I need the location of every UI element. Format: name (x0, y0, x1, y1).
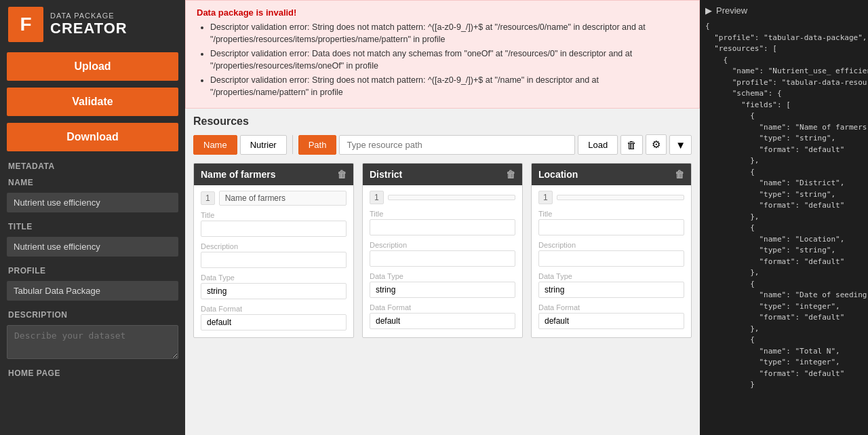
settings-button[interactable]: ⚙ (646, 134, 667, 155)
field-card-body: 1 Title Description Data Type stringinte… (363, 185, 522, 336)
description-label: Description (538, 241, 684, 249)
main-content: Data package is invalid! Descriptor vali… (185, 0, 700, 435)
tab-divider (292, 135, 293, 154)
field-preview-row: 1 (538, 191, 684, 204)
json-line: "type": "integer", (705, 301, 863, 313)
logo-text: DATA PACKAGE CREATOR (50, 12, 127, 37)
logo-bottom: CREATOR (50, 20, 127, 37)
title-label: Title (370, 210, 515, 218)
field-card-body: 1 Name of farmers Title Description Data… (194, 185, 353, 337)
field-preview-num: 1 (201, 191, 215, 205)
tab-path-button[interactable]: Path (298, 135, 337, 155)
title-input[interactable] (538, 219, 684, 235)
field-card-title: Location (538, 169, 578, 180)
data-format-label: Data Format (538, 303, 684, 311)
json-line: }, (705, 212, 863, 223)
json-line: "type": "string", (705, 133, 863, 145)
json-line: "format": "default" (705, 312, 863, 324)
profile-select-wrap: Tabular Data Package Data Package (7, 281, 178, 301)
json-line: { (705, 55, 863, 67)
data-type-label: Data Type (538, 272, 684, 280)
json-line: { (705, 223, 863, 234)
field-preview-num: 1 (538, 191, 553, 204)
json-line: "name": "Date of seeding", (705, 290, 863, 301)
field-preview-val (557, 195, 684, 200)
preview-arrow: ▶ (705, 5, 712, 16)
error-item: Descriptor validation error: String does… (210, 22, 688, 45)
json-line: }, (705, 155, 863, 167)
field-card-header: Location 🗑 (532, 164, 691, 185)
field-card: Name of farmers 🗑 1 Name of farmers Titl… (193, 163, 354, 338)
json-line: "format": "default" (705, 368, 863, 380)
json-line: } (705, 379, 863, 391)
trash-icon: 🗑 (627, 139, 637, 151)
title-input[interactable] (201, 221, 347, 237)
json-line: "schema": { (705, 88, 863, 100)
trash-icon[interactable]: 🗑 (337, 169, 347, 180)
name-value: Nutrient use efficiency (7, 193, 178, 212)
json-line: "profile": "tabular-data-package", (705, 33, 863, 44)
logo-icon: F (8, 7, 43, 42)
path-input[interactable] (339, 135, 575, 155)
preview-title: Preview (716, 5, 747, 16)
json-line: "name": "Name of farmers", (705, 122, 863, 134)
expand-button[interactable]: ▼ (669, 135, 692, 155)
description-label: Description (201, 242, 347, 250)
download-button[interactable]: Download (7, 123, 178, 151)
data-type-select[interactable]: stringintegernumberbooleanobjectarraydat… (370, 282, 515, 298)
resources-title: Resources (193, 115, 692, 128)
upload-button[interactable]: Upload (7, 52, 178, 81)
field-card: District 🗑 1 Title Description Data Type… (362, 163, 523, 338)
error-title: Data package is invalid! (197, 7, 688, 18)
description-section-label: Description (0, 303, 185, 322)
homepage-section-label: Home Page (0, 362, 185, 381)
trash-icon[interactable]: 🗑 (675, 169, 684, 180)
field-preview-val: Name of farmers (219, 191, 347, 206)
field-card-body: 1 Title Description Data Type stringinte… (532, 185, 691, 336)
metadata-section-label: Metadata (0, 155, 185, 174)
error-banner: Data package is invalid! Descriptor vali… (185, 0, 700, 109)
field-preview-row: 1 Name of farmers (201, 191, 347, 206)
json-line: "name": "Total N", (705, 346, 863, 358)
description-input[interactable] (370, 250, 515, 267)
cards-grid: Name of farmers 🗑 1 Name of farmers Titl… (193, 163, 692, 338)
data-format-label: Data Format (201, 305, 347, 313)
gear-icon: ⚙ (652, 138, 660, 151)
json-line: { (705, 167, 863, 178)
data-format-select[interactable]: defaultemailuribinaryuuid (201, 314, 347, 330)
resource-path-row: Name Nutrier Path Load 🗑 ⚙ ▼ (193, 134, 692, 155)
logo-top: DATA PACKAGE (50, 12, 127, 20)
logo-area: F DATA PACKAGE CREATOR (0, 0, 185, 49)
title-input[interactable] (370, 219, 515, 235)
description-input[interactable] (538, 250, 684, 267)
title-label: Title (201, 211, 347, 219)
json-line: "profile": "tabular-data-resou (705, 77, 863, 89)
json-line: "type": "string", (705, 245, 863, 257)
data-type-select[interactable]: stringintegernumberbooleanobjectarraydat… (201, 283, 347, 299)
field-preview-num: 1 (370, 191, 384, 204)
data-format-label: Data Format (370, 303, 515, 311)
tab-name-button[interactable]: Name (193, 135, 237, 155)
title-value: Nutrient use efficiency (7, 237, 178, 257)
profile-select[interactable]: Tabular Data Package Data Package (7, 281, 178, 301)
description-textarea[interactable] (7, 325, 178, 359)
data-format-select[interactable]: defaultemailuribinaryuuid (370, 313, 515, 329)
validate-button[interactable]: Validate (7, 88, 178, 116)
json-line: "fields": [ (705, 100, 863, 111)
chevron-down-icon: ▼ (675, 139, 686, 151)
json-line: { (705, 111, 863, 122)
load-button[interactable]: Load (578, 135, 618, 155)
data-format-select[interactable]: defaultemailuribinaryuuid (538, 313, 684, 329)
data-type-select[interactable]: stringintegernumberbooleanobjectarraydat… (538, 282, 684, 298)
description-input[interactable] (201, 252, 347, 268)
json-line: "name": "District", (705, 178, 863, 189)
error-list: Descriptor validation error: String does… (197, 22, 688, 98)
json-line: "type": "string", (705, 189, 863, 201)
trash-icon[interactable]: 🗑 (506, 169, 515, 180)
json-line: "format": "default" (705, 257, 863, 268)
json-line: "format": "default" (705, 200, 863, 212)
preview-header: ▶ Preview (705, 5, 863, 16)
tab-nutrier-button[interactable]: Nutrier (240, 135, 287, 155)
delete-resource-button[interactable]: 🗑 (620, 135, 643, 155)
field-card-header: Name of farmers 🗑 (194, 164, 353, 185)
